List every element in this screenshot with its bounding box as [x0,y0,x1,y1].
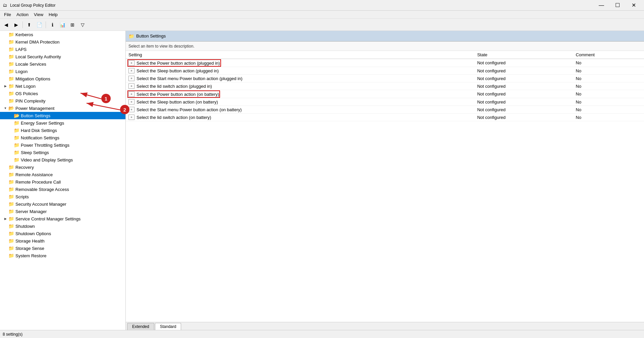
table-row[interactable]: ≡Select the Power button action (plugged… [126,59,644,67]
tree-label-kerberos: Kerberos [15,32,33,37]
tree-item-recovery[interactable]: 📁Recovery [0,163,125,171]
tree-label-local-security: Local Security Authority [15,54,61,59]
tree-item-local-security[interactable]: 📁Local Security Authority [0,53,125,60]
setting-name-text-s2: Select the Sleep button action (plugged … [137,68,219,73]
folder-icon-net-logon: 📁 [8,83,14,89]
show-hide-button[interactable]: 📄 [35,20,44,29]
folder-icon-storage-sense: 📁 [8,246,14,251]
tab-extended[interactable]: Extended [127,323,154,330]
tree-label-shutdown: Shutdown [15,224,35,229]
tree-item-removable-storage[interactable]: 📁Removable Storage Access [0,186,125,193]
menu-action[interactable]: Action [14,11,31,18]
tree-item-pin-complexity[interactable]: 📁PIN Complexity [0,97,125,105]
col-setting: Setting [126,51,475,59]
tree-label-removable-storage: Removable Storage Access [15,187,69,192]
tree-item-server-manager[interactable]: 📁Server Manager [0,208,125,215]
tree-item-os-policies[interactable]: 📁OS Policies [0,90,125,97]
tree-label-service-control: Service Control Manager Settings [15,216,80,221]
tree-item-notification[interactable]: 📁Notification Settings [0,134,125,141]
new-window-button[interactable]: 📊 [58,20,67,29]
tree-label-security-account: Security Account Manager [15,202,66,207]
forward-button[interactable]: ▶ [11,20,21,29]
tree-item-power-throttling[interactable]: 📁Power Throttling Settings [0,141,125,149]
setting-icon-s7: ≡ [128,107,135,112]
table-row[interactable]: ≡Select the lid switch action (plugged i… [126,82,644,90]
tree-item-scripts[interactable]: 📁Scripts [0,193,125,200]
tree-item-energy-saver[interactable]: 📁Energy Saver Settings [0,119,125,127]
tree-item-storage-health[interactable]: 📁Storage Health [0,237,125,245]
tree-label-shutdown-options: Shutdown Options [15,231,51,236]
toolbar-separator-2 [46,21,46,28]
table-row[interactable]: ≡Select the Start menu Power button acti… [126,106,644,114]
tree-item-hard-disk[interactable]: 📁Hard Disk Settings [0,127,125,134]
tree-label-os-policies: OS Policies [15,91,38,96]
folder-icon-scripts: 📁 [8,194,14,199]
folder-icon-system-restore: 📁 [8,253,14,258]
tree-item-service-control[interactable]: ▶📁Service Control Manager Settings [0,215,125,222]
setting-state-s7: Not configured [475,106,573,114]
menu-view[interactable]: View [31,11,46,18]
status-bar: 8 setting(s) [0,330,644,338]
tree-item-storage-sense[interactable]: 📁Storage Sense [0,245,125,252]
folder-icon-mitigation: 📁 [8,76,14,81]
tree-item-mitigation[interactable]: 📁Mitigation Options [0,75,125,82]
app-icon: 🗂 [3,3,8,8]
tree-item-locale-services[interactable]: 📁Locale Services [0,60,125,68]
tree-item-net-logon[interactable]: ▶📁Net Logon [0,82,125,90]
setting-name-cell-s2: ≡Select the Sleep button action (plugged… [126,67,475,75]
folder-icon-locale-services: 📁 [8,61,14,67]
folder-icon-energy-saver: 📁 [13,120,19,126]
filter-button[interactable]: ▽ [78,20,87,29]
tree-item-button-settings[interactable]: 📂Button Settings [0,112,125,119]
table-row[interactable]: ≡Select the Sleep button action (on batt… [126,98,644,106]
setting-comment-s4: No [573,82,644,90]
folder-icon-notification: 📁 [13,135,19,140]
properties-button[interactable]: ℹ [48,20,57,29]
table-row[interactable]: ≡Select the Power button action (on batt… [126,90,644,98]
tree-item-video-display[interactable]: 📁Video and Display Settings [0,156,125,163]
close-button[interactable]: ✕ [626,0,641,11]
tree-item-shutdown[interactable]: 📁Shutdown [0,222,125,230]
tree-label-power-throttling: Power Throttling Settings [21,143,69,148]
setting-name-cell-s7: ≡Select the Start menu Power button acti… [126,106,475,114]
description-text: Select an item to view its description. [128,44,195,49]
tree-item-sleep-settings[interactable]: 📁Sleep Settings [0,149,125,156]
tree-item-shutdown-options[interactable]: 📁Shutdown Options [0,230,125,237]
up-button[interactable]: ⬆ [24,20,34,29]
setting-state-s1: Not configured [475,59,573,67]
tree-item-remote-proc-call[interactable]: 📁Remote Procedure Call [0,178,125,186]
setting-comment-s5: No [573,90,644,98]
table-row[interactable]: ≡Select the lid switch action (on batter… [126,114,644,121]
toolbar-separator-1 [22,21,23,28]
minimize-button[interactable]: — [594,0,609,11]
menu-file[interactable]: File [1,11,14,18]
tree-item-security-account[interactable]: 📁Security Account Manager [0,200,125,208]
table-row[interactable]: ≡Select the Sleep button action (plugged… [126,67,644,75]
tree-item-system-restore[interactable]: 📁System Restore [0,252,125,259]
tree-item-kerberos[interactable]: 📁Kerberos [0,31,125,38]
table-row[interactable]: ≡Select the Start menu Power button acti… [126,75,644,82]
tree-expander-service-control: ▶ [3,217,8,220]
folder-icon-sleep-settings: 📁 [13,150,19,155]
back-button[interactable]: ◀ [1,20,11,29]
folder-icon-pin-complexity: 📁 [8,98,14,104]
tree-label-scripts: Scripts [15,194,29,199]
tab-standard[interactable]: Standard [155,323,181,330]
menu-bar: File Action View Help [0,11,644,19]
folder-icon-button-settings: 📂 [13,113,19,118]
tree-item-kernel-dma[interactable]: 📁Kernel DMA Protection [0,38,125,46]
tree-label-mitigation: Mitigation Options [15,76,50,81]
setting-state-s8: Not configured [475,114,573,121]
tree-item-power-management[interactable]: ▼📂Power Management [0,105,125,112]
menu-help[interactable]: Help [46,11,60,18]
customize-button[interactable]: ⊞ [68,20,77,29]
title-bar: 🗂 Local Group Policy Editor — ☐ ✕ [0,0,644,11]
tree-item-logon[interactable]: 📁Logon [0,68,125,75]
maximize-button[interactable]: ☐ [610,0,625,11]
settings-table-wrapper: Setting State Comment ≡Select the Power … [126,51,644,322]
tree-expander-net-logon: ▶ [3,84,8,88]
tree-label-hard-disk: Hard Disk Settings [21,128,57,133]
tree-item-laps[interactable]: 📁LAPS [0,46,125,53]
setting-name-text-s5: Select the Power button action (on batte… [137,92,219,97]
tree-item-remote-assistance[interactable]: 📁Remote Assistance [0,171,125,178]
